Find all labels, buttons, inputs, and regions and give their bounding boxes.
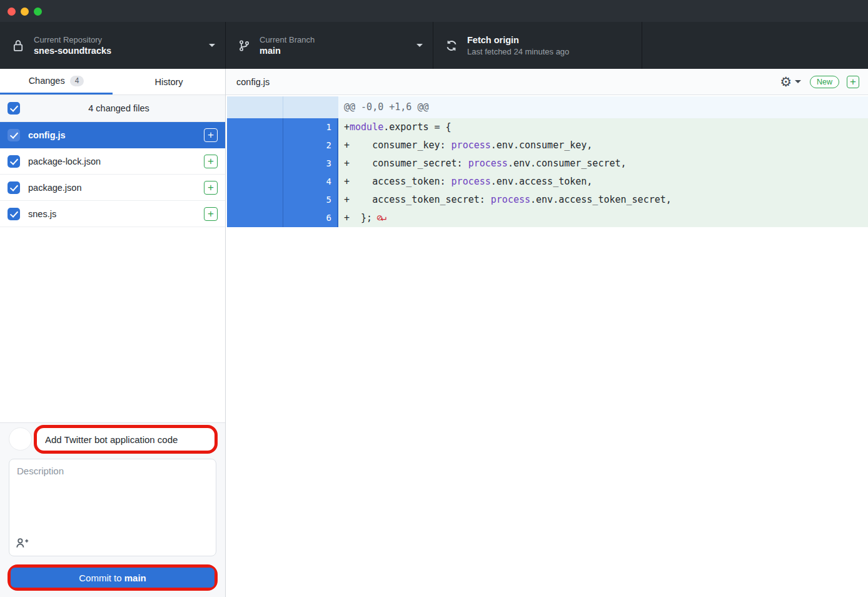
gear-icon[interactable]: ⚙ <box>780 75 792 88</box>
diff-line[interactable]: 5+ access_token_secret: process.env.acce… <box>227 191 868 209</box>
diff-hunk-row: @@ -0,0 +1,6 @@ <box>227 96 868 118</box>
current-repository-value: snes-soundtracks <box>34 45 204 57</box>
diff-line-number[interactable]: 2 <box>283 136 338 155</box>
diff-code: + consumer_key: process.env.consumer_key… <box>338 136 868 155</box>
commit-to-main-button[interactable]: Commit to main <box>11 568 214 588</box>
diff-gutter-old[interactable] <box>227 118 283 136</box>
diff-gutter-old[interactable] <box>227 155 283 173</box>
file-row-package-lock-json[interactable]: package-lock.json <box>0 148 225 175</box>
select-all-checkbox[interactable] <box>8 102 20 115</box>
close-window-button[interactable] <box>8 8 16 16</box>
diff-line[interactable]: 3+ consumer_secret: process.env.consumer… <box>227 155 868 173</box>
diff-line-number[interactable]: 4 <box>283 173 338 191</box>
changed-files-count: 4 changed files <box>20 103 218 113</box>
code-token: + <box>344 121 350 133</box>
diff-line-number[interactable]: 1 <box>283 118 338 136</box>
current-branch-dropdown[interactable]: Current Branch main <box>226 22 433 69</box>
code-token: .env.consumer_key, <box>491 140 593 151</box>
git-branch-icon <box>237 38 251 53</box>
file-name: snes.js <box>28 209 204 219</box>
expand-diff-icon[interactable] <box>847 76 859 88</box>
code-token: process <box>452 140 491 151</box>
diff-line-number[interactable]: 5 <box>283 191 338 209</box>
tab-changes-label: Changes <box>29 76 65 86</box>
code-token: .env.consumer_secret, <box>508 158 627 169</box>
app-toolbar: Current Repository snes-soundtracks Curr… <box>0 22 868 69</box>
no-newline-marker: ⊘↵ <box>372 212 385 223</box>
file-name: package-lock.json <box>28 156 204 166</box>
lock-icon <box>11 38 25 53</box>
code-token: .env.access_token_secret, <box>530 194 672 205</box>
file-added-icon <box>204 155 218 168</box>
file-name: package.json <box>28 183 204 193</box>
code-token: process <box>468 158 508 169</box>
diff-pane: config.js ⚙ New @@ -0,0 +1,6 @@1+module.… <box>226 69 868 597</box>
user-avatar <box>9 427 32 451</box>
commit-description-box <box>9 459 216 556</box>
changes-sidebar: Changes 4 History 4 changed files config… <box>0 69 226 597</box>
code-token: .env.access_token, <box>491 176 593 187</box>
file-checkbox[interactable] <box>8 181 20 194</box>
commit-description-input[interactable] <box>9 459 216 529</box>
commit-form: Commit to main <box>0 422 225 597</box>
window-titlebar <box>0 0 868 22</box>
new-file-badge: New <box>810 76 839 88</box>
tab-history-label: History <box>154 77 183 87</box>
diff-code: + }; ⊘↵ <box>338 209 868 227</box>
diff-gutter-old[interactable] <box>227 136 283 155</box>
file-added-icon <box>204 207 218 221</box>
fetch-origin-status: Last fetched 24 minutes ago <box>467 46 632 57</box>
diff-line[interactable]: 2+ consumer_key: process.env.consumer_ke… <box>227 136 868 155</box>
add-coauthor-icon[interactable] <box>16 536 32 551</box>
diff-line[interactable]: 6+ }; ⊘↵ <box>227 209 868 227</box>
commit-summary-annotation <box>34 425 218 454</box>
current-branch-label: Current Branch <box>260 34 411 45</box>
file-row-config-js[interactable]: config.js <box>0 122 225 148</box>
minimize-window-button[interactable] <box>21 8 29 16</box>
diff-hunk-header: @@ -0,0 +1,6 @@ <box>338 96 868 118</box>
tab-changes[interactable]: Changes 4 <box>0 69 113 94</box>
fetch-origin-label: Fetch origin <box>467 34 632 46</box>
changes-count-badge: 4 <box>70 76 84 86</box>
file-row-snes-js[interactable]: snes.js <box>0 201 225 227</box>
tab-history[interactable]: History <box>113 69 225 94</box>
file-name: config.js <box>28 130 204 140</box>
code-token: + access_token: <box>344 176 452 187</box>
current-repository-label: Current Repository <box>34 34 204 45</box>
file-added-icon <box>204 181 218 195</box>
diff-gutter-old[interactable] <box>227 191 283 209</box>
code-token: + consumer_key: <box>344 140 452 151</box>
file-checkbox[interactable] <box>8 155 20 168</box>
diff-code: +module.exports = { <box>338 118 868 136</box>
diff-lines: @@ -0,0 +1,6 @@1+module.exports = {2+ co… <box>227 96 868 227</box>
diff-gutter-old[interactable] <box>227 209 283 227</box>
sync-icon <box>445 38 458 53</box>
fetch-origin-button[interactable]: Fetch origin Last fetched 24 minutes ago <box>433 22 642 69</box>
commit-button-annotation: Commit to main <box>8 564 218 591</box>
diff-file-name: config.js <box>236 77 780 87</box>
maximize-window-button[interactable] <box>34 8 42 16</box>
diff-gutter-old[interactable] <box>227 173 283 191</box>
commit-button-branch: main <box>124 573 146 583</box>
current-repository-dropdown[interactable]: Current Repository snes-soundtracks <box>0 22 226 69</box>
chevron-down-icon <box>209 44 215 47</box>
chevron-down-icon[interactable] <box>795 80 801 83</box>
code-token: + access_token_secret: <box>344 194 491 205</box>
code-token: .exports = { <box>383 121 451 133</box>
diff-code: + access_token_secret: process.env.acces… <box>338 191 868 209</box>
diff-line[interactable]: 1+module.exports = { <box>227 118 868 136</box>
code-token: + }; <box>344 212 372 223</box>
code-token: process <box>452 176 491 187</box>
diff-line-number[interactable]: 3 <box>283 155 338 173</box>
current-branch-value: main <box>260 45 411 57</box>
code-token: + consumer_secret: <box>344 158 468 169</box>
sidebar-tabs: Changes 4 History <box>0 69 225 95</box>
commit-summary-input[interactable] <box>37 434 214 445</box>
chevron-down-icon <box>416 44 423 47</box>
diff-gutter-new <box>283 96 338 118</box>
diff-line-number[interactable]: 6 <box>283 209 338 227</box>
file-row-package-json[interactable]: package.json <box>0 175 225 201</box>
file-checkbox[interactable] <box>8 129 20 141</box>
file-checkbox[interactable] <box>8 208 20 220</box>
diff-line[interactable]: 4+ access_token: process.env.access_toke… <box>227 173 868 191</box>
